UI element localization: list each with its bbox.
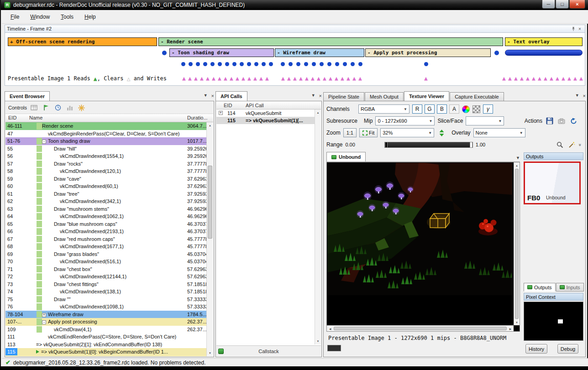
range-max-handle[interactable] — [470, 142, 472, 148]
event-row[interactable]: 72vkCmdDrawIndexed(12144,1)57.62963 — [5, 273, 207, 281]
timeline-pass-bar[interactable]: + Off-screen scene rendering — [8, 37, 157, 46]
tree-expander[interactable]: + — [219, 111, 223, 115]
debug-button[interactable]: Debug — [557, 344, 578, 354]
fb0-thumbnail[interactable]: FB0 Unbound — [524, 162, 581, 204]
event-row[interactable]: 66vkCmdDrawIndexed(2193,1)46.37037 — [5, 228, 207, 235]
event-row[interactable]: 107-...-Apply post processing262.37... — [5, 318, 207, 326]
scrollbar-thumb[interactable] — [208, 166, 212, 239]
column-duration[interactable]: Duratio... — [187, 115, 208, 120]
event-row[interactable]: 59Draw "cave"37.62963 — [5, 175, 207, 183]
event-row[interactable]: 78-104+Wireframe draw1784.5... — [5, 311, 207, 318]
timeline-marker-bar[interactable]: - Toon shading draw — [169, 48, 274, 57]
history-button[interactable]: History — [525, 344, 547, 354]
chevron-down-icon[interactable]: ▼ — [311, 93, 315, 99]
flag-icon[interactable] — [42, 104, 51, 112]
event-row[interactable]: 61Draw "tree"37.92593 — [5, 190, 207, 198]
event-row[interactable]: 57Draw "rocks"37.77778 — [5, 160, 207, 168]
close-icon[interactable]: × — [319, 93, 322, 99]
menu-item-help[interactable]: Help — [79, 12, 101, 22]
event-row[interactable]: 115=> vkQueueSubmit(1)[0]: vkBeginComman… — [5, 348, 207, 356]
event-row[interactable]: 74vkCmdDrawIndexed(138,1)57.18518 — [5, 288, 207, 296]
event-row[interactable]: 46-111Render scene3064.7... — [5, 122, 207, 130]
grid-icon[interactable] — [30, 104, 39, 112]
event-row[interactable]: 64vkCmdDrawIndexed(1062,1)46.96296 — [5, 213, 207, 220]
scroll-down-icon[interactable]: ▼ — [514, 319, 520, 325]
camera-icon[interactable] — [557, 117, 566, 125]
scrollbar-thumb[interactable] — [334, 327, 507, 330]
tree-expander[interactable]: - — [42, 140, 46, 144]
zoom-1to1-button[interactable]: 1:1 — [343, 128, 357, 137]
channel-r-button[interactable]: R — [412, 104, 422, 114]
event-row[interactable]: 58vkCmdDrawIndexed(120,1)37.77778 — [5, 167, 207, 175]
checkerboard-icon[interactable] — [472, 105, 480, 113]
event-row[interactable]: 111vkCmdEndRenderPass(C=Store, D=Store, … — [5, 333, 207, 341]
range-slider[interactable] — [384, 142, 473, 148]
channel-a-button[interactable]: A — [449, 104, 459, 114]
mip-dropdown[interactable]: 0 - 1272x690▼ — [375, 116, 435, 125]
event-row[interactable]: 63Draw "mushroom stems"46.96296 — [5, 205, 207, 213]
texture-vertical-scrollbar[interactable]: ▲ ▼ — [514, 162, 520, 325]
close-button[interactable]: × — [569, 0, 585, 9]
channel-b-button[interactable]: B — [437, 104, 447, 114]
event-row[interactable]: 67Draw "red mushroom caps"45.77778 — [5, 235, 207, 243]
channel-g-button[interactable]: G — [425, 104, 435, 114]
chevron-down-icon[interactable]: ▼ — [204, 93, 208, 99]
channels-dropdown[interactable]: RGBA▼ — [358, 104, 410, 114]
event-row[interactable]: 113=> vkQueueSubmit(2)[1]: vkEndCommandB… — [5, 341, 207, 349]
sliceface-dropdown[interactable]: ▼ — [466, 116, 504, 125]
maximize-button[interactable]: □ — [556, 0, 569, 9]
tree-expander[interactable]: + — [42, 313, 46, 317]
api-row[interactable]: +114vkQueueSubmit — [216, 109, 315, 117]
gamma-button[interactable]: γ — [483, 104, 493, 114]
api-row[interactable]: 115=> vkQueueSubmit(1)[... — [216, 117, 315, 124]
chart-icon[interactable] — [65, 104, 74, 112]
timeline-marker-bar[interactable]: - Wireframe draw — [275, 48, 364, 57]
wand-icon[interactable] — [567, 141, 576, 149]
scroll-up-icon[interactable]: ▲ — [315, 109, 321, 116]
event-row[interactable]: 73Draw "chest fittings"57.18518 — [5, 281, 207, 288]
scroll-down-icon[interactable]: ▼ — [207, 350, 213, 356]
zoom-dropdown[interactable]: 32%▼ — [380, 128, 434, 137]
scroll-up-icon[interactable]: ▲ — [207, 122, 213, 129]
event-row[interactable]: 60vkCmdDrawIndexed(60,1)37.62963 — [5, 182, 207, 190]
pixel-context-view[interactable] — [524, 302, 583, 341]
column-api-call[interactable]: API Call — [246, 103, 264, 108]
menu-item-tools[interactable]: Tools — [56, 12, 79, 22]
tab-inputs[interactable]: Inputs — [556, 283, 584, 292]
event-row[interactable]: 65Draw "blue mushroom caps"46.37037 — [5, 220, 207, 228]
event-row[interactable]: 71Draw "chest box"57.62963 — [5, 266, 207, 273]
event-row[interactable]: 62vkCmdDrawIndexed(342,1)37.92593 — [5, 198, 207, 205]
texture-list-dropdown-icon[interactable]: ▼ — [516, 156, 520, 160]
event-row[interactable]: 70vkCmdDrawIndexed(516,1)45.03704 — [5, 258, 207, 266]
close-icon[interactable]: × — [577, 26, 583, 32]
texture-display[interactable]: ▲ ▼ ◀ ▶ — [326, 162, 520, 332]
sun-icon[interactable] — [77, 104, 86, 112]
chevron-down-icon[interactable]: ▼ — [575, 93, 579, 99]
magnifier-icon[interactable] — [555, 141, 564, 149]
scroll-left-icon[interactable]: ◀ — [327, 326, 333, 331]
timeline-pass-bar[interactable]: - Render scene — [158, 37, 503, 46]
color-wheel-icon[interactable] — [462, 105, 470, 113]
api-calls-scrollbar[interactable]: ▲ ▼ — [315, 109, 321, 344]
tab-outputs[interactable]: Outputs — [524, 283, 556, 292]
column-eid[interactable]: EID — [224, 103, 232, 108]
event-row[interactable]: 56vkCmdDrawIndexed(1554,1)39.25926 — [5, 152, 207, 160]
event-row[interactable]: 109vkCmdDraw(4,1)262.37... — [5, 326, 207, 334]
overlay-dropdown[interactable]: None▼ — [473, 128, 525, 137]
callstack-panel-icon[interactable] — [218, 349, 224, 354]
event-row[interactable]: 55Draw "hill"39.25926 — [5, 145, 207, 153]
clock-icon[interactable] — [53, 104, 63, 112]
event-row[interactable]: 51-76-Toon shading draw1017.7... — [5, 137, 207, 145]
event-row[interactable]: 75Draw ""57.33333 — [5, 296, 207, 303]
minimize-button[interactable]: ─ — [542, 0, 555, 9]
timeline-marker-bar[interactable]: - Apply post processing — [365, 48, 491, 57]
event-row[interactable]: 76vkCmdDrawIndexed(1098,1)57.33333 — [5, 303, 207, 311]
close-icon[interactable]: × — [211, 93, 214, 99]
texture-horizontal-scrollbar[interactable]: ◀ ▶ — [327, 325, 514, 331]
event-row[interactable]: 68vkCmdDrawIndexed(1677,1)45.77778 — [5, 243, 207, 250]
scroll-right-icon[interactable]: ▶ — [507, 326, 514, 331]
close-icon[interactable]: × — [583, 93, 586, 99]
toolbar-overflow-icon[interactable]: » — [578, 143, 583, 146]
fit-button[interactable]: Fit — [359, 128, 378, 137]
pin-icon[interactable] — [570, 26, 577, 32]
